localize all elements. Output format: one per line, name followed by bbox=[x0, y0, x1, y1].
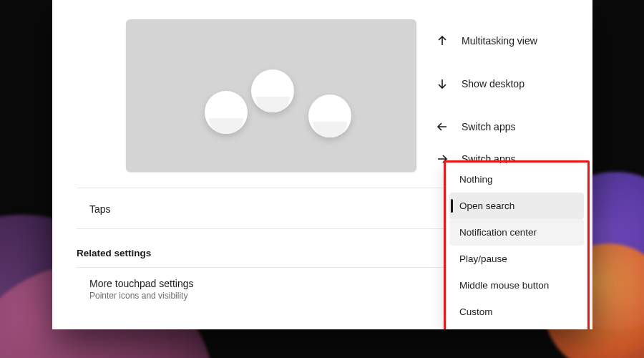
arrow-left-icon bbox=[436, 121, 449, 132]
more-touchpad-title: More touchpad settings bbox=[89, 278, 194, 289]
arrow-right-icon bbox=[436, 153, 449, 165]
dropdown-option-custom[interactable]: Custom bbox=[449, 299, 584, 325]
finger-dot bbox=[205, 91, 248, 134]
finger-dot bbox=[308, 95, 351, 137]
finger-dot bbox=[251, 69, 294, 112]
settings-window: Multitasking view Show desktop Switch ap… bbox=[52, 0, 592, 329]
dropdown-option-notification-center[interactable]: Notification center bbox=[449, 219, 584, 246]
gesture-label: Multitasking view bbox=[462, 35, 579, 47]
gesture-swipe-left[interactable]: Switch apps bbox=[436, 105, 579, 148]
arrow-up-icon bbox=[436, 35, 449, 47]
settings-content: Multitasking view Show desktop Switch ap… bbox=[52, 0, 592, 329]
tap-action-dropdown: Nothing Open search Notification center … bbox=[447, 163, 587, 329]
gesture-swipe-up[interactable]: Multitasking view bbox=[436, 19, 579, 62]
dropdown-option-play-pause[interactable]: Play/pause bbox=[449, 246, 584, 272]
arrow-down-icon bbox=[436, 78, 449, 90]
dropdown-option-nothing[interactable]: Nothing bbox=[449, 166, 584, 193]
related-settings-heading: Related settings bbox=[77, 248, 151, 258]
gesture-label: Show desktop bbox=[462, 78, 579, 90]
gesture-label: Switch apps bbox=[462, 121, 579, 132]
gesture-actions-list: Multitasking view Show desktop Switch ap… bbox=[436, 19, 579, 170]
touchpad-preview bbox=[126, 19, 416, 172]
dropdown-option-open-search[interactable]: Open search bbox=[449, 193, 584, 219]
taps-label: Taps bbox=[89, 203, 111, 215]
dropdown-option-middle-mouse-button[interactable]: Middle mouse button bbox=[449, 272, 584, 299]
gesture-swipe-down[interactable]: Show desktop bbox=[436, 62, 579, 105]
desktop-background: Multitasking view Show desktop Switch ap… bbox=[0, 0, 644, 358]
